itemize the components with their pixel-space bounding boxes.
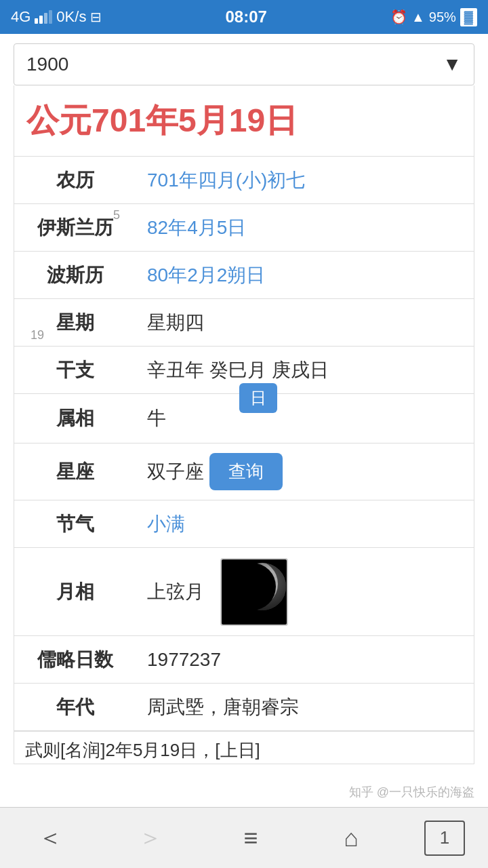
nav-bar: ＜ ＞ ≡ ⌂ 1: [0, 807, 488, 868]
value-persian: 80年2月2朔日: [136, 253, 474, 298]
badge-19: 19: [30, 328, 44, 342]
row-zodiac-animal: 属相 牛 日: [14, 394, 474, 443]
row-persian: 波斯历 80年2月2朔日: [14, 252, 474, 299]
calendar-card: 公元701年5月19日 农历 701年四月(小)初七 伊斯兰历 5 82年4月5…: [14, 85, 474, 764]
dropdown-arrow-icon: ▼: [443, 54, 462, 75]
battery-icon: ▓: [460, 8, 477, 26]
value-islamic: 82年4月5日: [136, 205, 474, 250]
status-bar: 4G 0K/s ⊟ 08:07 ⏰ ▲ 95% ▓: [0, 0, 488, 34]
page-number: 1: [424, 821, 465, 856]
menu-button[interactable]: ≡: [224, 818, 278, 859]
value-constellation: 双子座 查询: [136, 443, 474, 500]
row-era: 年代 周武塈，唐朝睿宗: [14, 684, 474, 731]
value-julian-day: 1977237: [136, 639, 474, 680]
label-julian-day: 儒略日数: [14, 637, 136, 682]
time-display: 08:07: [226, 7, 267, 26]
value-solar-term: 小满: [136, 502, 474, 547]
signal-bars: [35, 10, 52, 24]
home-button[interactable]: ⌂: [324, 818, 378, 859]
wifi-icon: ▲: [411, 9, 425, 25]
label-weekday: 星期 19: [14, 300, 136, 345]
year-value: 1900: [26, 54, 68, 75]
network-label: 4G: [11, 8, 30, 26]
row-constellation: 星座 双子座 查询: [14, 443, 474, 500]
year-dropdown[interactable]: 1900 ▼: [14, 43, 474, 85]
label-era: 年代: [14, 685, 136, 730]
value-ganzhi: 辛丑年 癸巳月 庚戌日: [136, 348, 474, 393]
tooltip-ri: 日: [239, 383, 277, 413]
value-weekday: 星期四: [136, 300, 474, 345]
moon-image: [220, 558, 288, 626]
value-zodiac-animal: 牛 日: [136, 394, 474, 443]
value-era: 周武塈，唐朝睿宗: [136, 685, 474, 730]
query-button[interactable]: 查询: [209, 453, 283, 490]
row-julian-day: 儒略日数 1977237: [14, 636, 474, 684]
date-title: 公元701年5月19日: [14, 85, 474, 157]
label-lunar: 农历: [14, 158, 136, 203]
info-table: 农历 701年四月(小)初七 伊斯兰历 5 82年4月5日 波斯历 80年2月2…: [14, 157, 474, 764]
partial-row: 武则[名润]2年5月19日，[上日]: [14, 731, 474, 764]
row-islamic: 伊斯兰历 5 82年4月5日: [14, 204, 474, 252]
badge-5: 5: [113, 208, 120, 222]
status-left: 4G 0K/s ⊟: [11, 8, 102, 26]
row-moon-phase: 月相 上弦月: [14, 548, 474, 636]
label-zodiac-animal: 属相: [14, 396, 136, 441]
status-right: ⏰ ▲ 95% ▓: [390, 8, 477, 26]
watermark: 知乎 @一只快乐的海盗: [349, 784, 474, 800]
row-weekday: 星期 19 星期四: [14, 299, 474, 347]
label-persian: 波斯历: [14, 253, 136, 298]
forward-button[interactable]: ＞: [123, 818, 178, 859]
value-moon-phase: 上弦月: [136, 549, 474, 635]
label-ganzhi: 干支: [14, 348, 136, 393]
speed-label: 0K/s: [56, 8, 86, 26]
label-constellation: 星座: [14, 450, 136, 494]
sim-icon: ⊟: [90, 9, 102, 25]
label-moon-phase: 月相: [14, 570, 136, 614]
value-lunar: 701年四月(小)初七: [136, 158, 474, 203]
alarm-icon: ⏰: [390, 9, 407, 25]
label-islamic: 伊斯兰历 5: [14, 205, 136, 250]
battery-label: 95%: [429, 9, 456, 25]
label-solar-term: 节气: [14, 502, 136, 547]
row-lunar: 农历 701年四月(小)初七: [14, 157, 474, 204]
back-button[interactable]: ＜: [23, 818, 77, 859]
row-solar-term: 节气 小满: [14, 500, 474, 548]
